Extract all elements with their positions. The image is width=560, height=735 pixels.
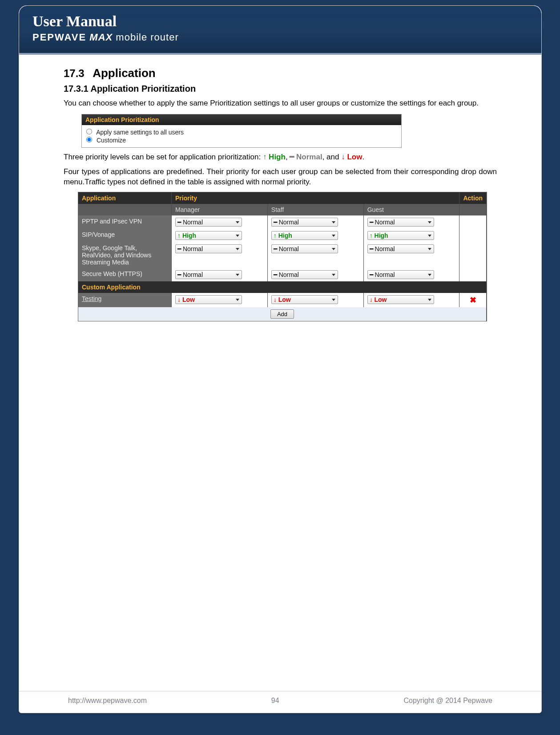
- table-header-row: Application Priority Action: [78, 192, 487, 204]
- section-number: 17.3: [64, 67, 85, 80]
- app-name: Skype, Google Talk, RealVideo, and Windo…: [78, 242, 172, 268]
- panel-options: Apply same settings to all users Customi…: [82, 125, 401, 147]
- table-row: Testing ↓ Low ↓ Low ↓ Low ✖: [78, 293, 487, 307]
- col-priority: Priority: [172, 192, 459, 204]
- radio-customize[interactable]: Customize: [86, 137, 397, 144]
- priority-select[interactable]: ↑ High: [367, 231, 434, 240]
- group-guest: Guest: [364, 204, 460, 215]
- priority-normal-label: ━ Normal: [290, 153, 322, 161]
- priority-select[interactable]: ━ Normal: [367, 270, 434, 279]
- table-row: Skype, Google Talk, RealVideo, and Windo…: [78, 242, 487, 268]
- priority-select[interactable]: ↓ Low: [175, 295, 242, 304]
- table-groups-row: Manager Staff Guest: [78, 204, 487, 215]
- page-content: 17.3 Application 17.3.1 Application Prio…: [19, 55, 541, 321]
- priority-select[interactable]: ━ Normal: [175, 270, 242, 279]
- table-row: PPTP and IPsec VPN ━ Normal ━ Normal ━ N…: [78, 215, 487, 229]
- page-footer: http://www.pepwave.com 94 Copyright @ 20…: [19, 691, 541, 705]
- footer-url: http://www.pepwave.com: [68, 697, 147, 705]
- application-priority-table: Application Priority Action Manager Staf…: [78, 192, 487, 321]
- custom-application-header: Custom Application: [78, 281, 487, 293]
- subsection-title: Application Prioritization: [90, 84, 196, 93]
- priority-high-label: ↑ High: [263, 153, 286, 161]
- model-name: MAX: [89, 32, 113, 43]
- manual-title: User Manual: [32, 13, 528, 30]
- priority-select[interactable]: ↓ Low: [367, 295, 434, 304]
- section-title: Application: [93, 66, 156, 80]
- app-name: Secure Web (HTTPS): [78, 268, 172, 281]
- add-button[interactable]: Add: [270, 309, 294, 319]
- section-heading: 17.3 Application: [64, 66, 497, 80]
- brand-name: PEPWAVE: [32, 32, 86, 43]
- custom-app-link[interactable]: Testing: [82, 295, 101, 302]
- priority-select[interactable]: ↑ High: [271, 231, 338, 240]
- priority-levels-pretext: Three priority levels can be set for app…: [64, 153, 263, 161]
- app-name: PPTP and IPsec VPN: [78, 215, 172, 229]
- product-line: PEPWAVE MAX mobile router: [32, 32, 528, 43]
- priority-levels-paragraph: Three priority levels can be set for app…: [64, 152, 497, 162]
- table-row: Secure Web (HTTPS) ━ Normal ━ Normal ━ N…: [78, 268, 487, 281]
- predefined-apps-paragraph: Four types of applications are predefine…: [64, 167, 497, 187]
- priority-select[interactable]: ━ Normal: [271, 244, 338, 253]
- page-header: User Manual PEPWAVE MAX mobile router: [19, 6, 541, 55]
- group-manager: Manager: [172, 204, 268, 215]
- document-page: User Manual PEPWAVE MAX mobile router 17…: [19, 5, 542, 713]
- footer-copyright: Copyright @ 2014 Pepwave: [404, 697, 492, 705]
- subsection-number: 17.3.1: [64, 84, 89, 93]
- add-row: Add: [78, 307, 487, 321]
- group-staff: Staff: [268, 204, 364, 215]
- col-application: Application: [78, 192, 172, 204]
- panel-caption: Application Prioritization: [82, 114, 401, 125]
- priority-select[interactable]: ━ Normal: [271, 218, 338, 227]
- priority-select[interactable]: ━ Normal: [175, 218, 242, 227]
- priority-select[interactable]: ↑ High: [175, 231, 242, 240]
- radio-apply-all-label: Apply same settings to all users: [96, 129, 184, 136]
- priority-low-label: ↓ Low: [341, 153, 362, 161]
- radio-apply-all[interactable]: Apply same settings to all users: [86, 129, 397, 136]
- table-row: SIP/Vonage ↑ High ↑ High ↑ High: [78, 229, 487, 242]
- custom-application-label: Custom Application: [78, 281, 487, 293]
- intro-paragraph: You can choose whether to apply the same…: [64, 98, 497, 109]
- app-prioritization-panel: Application Prioritization Apply same se…: [81, 114, 402, 148]
- app-name: SIP/Vonage: [78, 229, 172, 242]
- priority-select[interactable]: ━ Normal: [367, 244, 434, 253]
- radio-apply-all-input[interactable]: [86, 129, 92, 134]
- priority-select[interactable]: ━ Normal: [175, 244, 242, 253]
- priority-select[interactable]: ━ Normal: [367, 218, 434, 227]
- radio-customize-label: Customize: [97, 137, 126, 144]
- delete-row-icon[interactable]: ✖: [459, 293, 487, 307]
- priority-select[interactable]: ━ Normal: [271, 270, 338, 279]
- priority-select[interactable]: ↓ Low: [271, 295, 338, 304]
- radio-customize-input[interactable]: [86, 137, 92, 142]
- subsection-heading: 17.3.1 Application Prioritization: [64, 84, 497, 94]
- col-action: Action: [459, 192, 487, 204]
- product-tag: mobile router: [116, 32, 178, 43]
- page-number: 94: [271, 697, 279, 705]
